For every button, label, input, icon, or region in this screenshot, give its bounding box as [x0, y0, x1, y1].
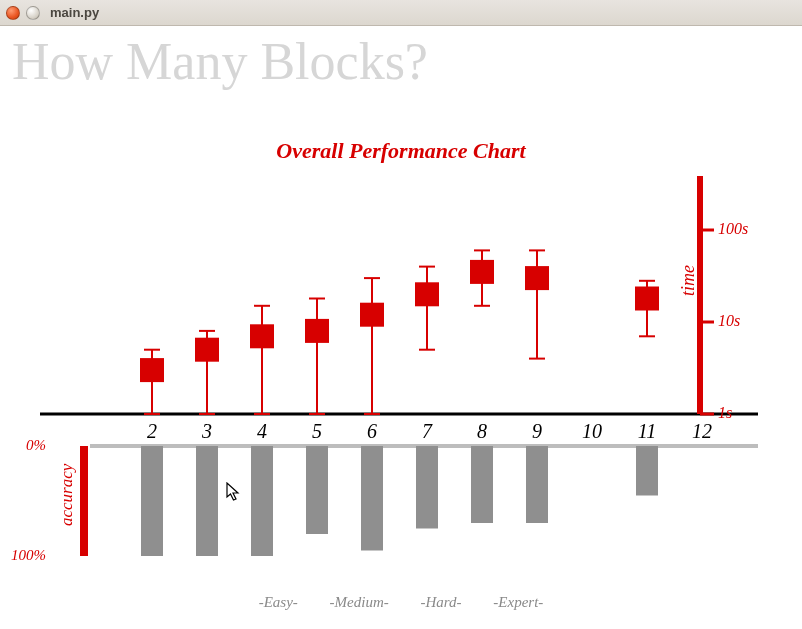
svg-rect-50: [141, 446, 163, 556]
svg-text:12: 12: [692, 420, 712, 442]
svg-rect-41: [471, 261, 493, 283]
svg-rect-52: [251, 446, 273, 556]
svg-rect-25: [251, 325, 273, 347]
svg-rect-45: [526, 267, 548, 289]
window-title: main.py: [50, 5, 99, 20]
svg-rect-29: [306, 320, 328, 342]
time-tick-1s: 1s: [718, 404, 732, 421]
svg-text:2: 2: [147, 420, 157, 442]
svg-rect-33: [361, 304, 383, 326]
svg-text:8: 8: [477, 420, 487, 442]
svg-rect-58: [636, 446, 658, 496]
time-series: [141, 250, 658, 414]
content-area: How Many Blocks? Overall Performance Cha…: [0, 26, 802, 629]
svg-rect-53: [306, 446, 328, 534]
difficulty-legend: -Easy- -Medium- -Hard- -Expert-: [0, 594, 802, 611]
time-axis-label: time: [678, 265, 698, 296]
acc-tick-100: 100%: [11, 547, 46, 563]
accuracy-series: [141, 446, 658, 556]
svg-text:6: 6: [367, 420, 377, 442]
app-window: main.py How Many Blocks? Overall Perform…: [0, 0, 802, 629]
svg-rect-54: [361, 446, 383, 551]
svg-text:10: 10: [582, 420, 602, 442]
accuracy-axis-label: accuracy: [57, 463, 76, 526]
svg-text:4: 4: [257, 420, 267, 442]
legend-medium: -Medium-: [330, 594, 389, 610]
x-ticks: 2 3 4 5 6 7 8 9 10 11 12: [147, 420, 712, 442]
svg-text:3: 3: [201, 420, 212, 442]
svg-text:11: 11: [638, 420, 657, 442]
svg-rect-56: [471, 446, 493, 523]
acc-tick-0: 0%: [26, 437, 46, 453]
time-tick-10s: 10s: [718, 312, 740, 329]
svg-rect-49: [636, 288, 658, 310]
performance-chart: 1s 10s 100s time 2 3 4 5 6 7 8 9 10 11 1…: [0, 26, 802, 629]
svg-rect-57: [526, 446, 548, 523]
svg-text:7: 7: [422, 420, 433, 442]
svg-text:5: 5: [312, 420, 322, 442]
titlebar[interactable]: main.py: [0, 0, 802, 26]
legend-hard: -Hard-: [420, 594, 461, 610]
svg-rect-17: [141, 359, 163, 381]
legend-easy: -Easy-: [259, 594, 298, 610]
minimize-icon[interactable]: [26, 6, 40, 20]
svg-rect-21: [196, 339, 218, 361]
svg-text:9: 9: [532, 420, 542, 442]
legend-expert: -Expert-: [493, 594, 543, 610]
svg-rect-51: [196, 446, 218, 556]
close-icon[interactable]: [6, 6, 20, 20]
time-tick-100s: 100s: [718, 220, 748, 237]
svg-rect-55: [416, 446, 438, 529]
svg-rect-37: [416, 283, 438, 305]
